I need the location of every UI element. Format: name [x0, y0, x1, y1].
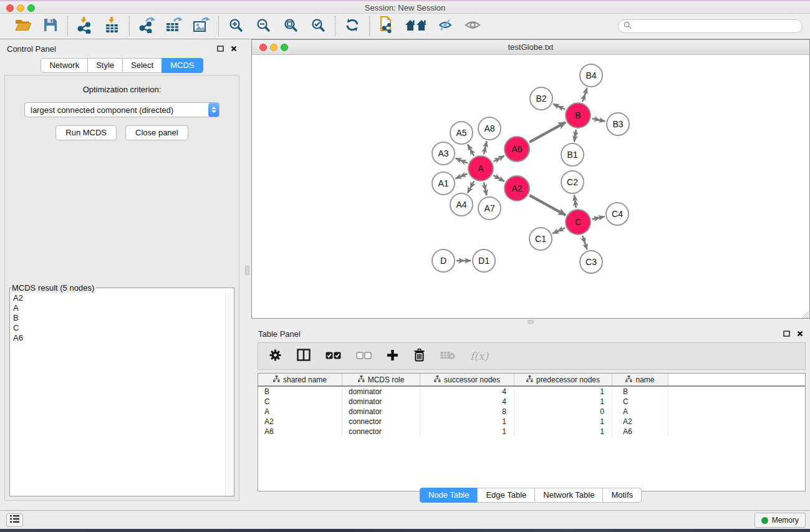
column-header-predecessor-nodes[interactable]: predecessor nodes	[514, 374, 612, 385]
graph-node-C4[interactable]: C4	[606, 203, 629, 225]
horizontal-splitter-grip[interactable]	[528, 320, 534, 324]
table-row[interactable]: Adominator80A	[258, 407, 805, 417]
search-field[interactable]	[618, 19, 803, 33]
zoom-out-button[interactable]	[253, 16, 273, 36]
table-row[interactable]: Bdominator41B	[258, 387, 805, 397]
mcds-result-item[interactable]: C	[11, 323, 224, 333]
tab-network[interactable]: Network	[41, 58, 88, 73]
graph-node-A8[interactable]: A8	[478, 117, 501, 140]
tab-network-table[interactable]: Network Table	[534, 488, 603, 503]
apply-layout-button[interactable]	[342, 16, 362, 36]
graph-node-C2[interactable]: C2	[561, 171, 584, 193]
close-panel-icon[interactable]	[797, 329, 803, 339]
table-row[interactable]: Cdominator41C	[258, 397, 805, 407]
graph-node-A5[interactable]: A5	[450, 122, 473, 144]
tab-node-table[interactable]: Node Table	[420, 488, 478, 503]
tab-edge-table[interactable]: Edge Table	[477, 488, 535, 503]
network-document-button[interactable]	[377, 16, 397, 36]
export-table-button[interactable]	[164, 16, 184, 36]
graph-node-B[interactable]: B	[566, 103, 591, 128]
graph-edge-B-B2[interactable]	[553, 104, 565, 110]
mcds-result-item[interactable]: A2	[11, 293, 224, 303]
graph-node-C1[interactable]: C1	[529, 228, 552, 250]
graph-edge-A-A2[interactable]	[493, 175, 504, 181]
home-button[interactable]	[404, 16, 428, 36]
graph-node-A4[interactable]: A4	[450, 193, 473, 216]
column-header-MCDS-role[interactable]: MCDS role	[342, 374, 420, 385]
tab-motifs[interactable]: Motifs	[602, 488, 642, 503]
show-columns-button[interactable]	[297, 349, 311, 364]
memory-button[interactable]: Memory	[755, 513, 806, 528]
graph-node-B1[interactable]: B1	[561, 143, 584, 166]
table-settings-button[interactable]	[269, 349, 282, 364]
close-panel-button[interactable]: Close panel	[125, 125, 188, 140]
float-panel-icon[interactable]	[217, 44, 224, 54]
show-panels-button[interactable]	[6, 513, 23, 527]
run-mcds-button[interactable]: Run MCDS	[55, 125, 117, 140]
network-zoom-button[interactable]	[281, 44, 288, 51]
graph-edge-A6-B[interactable]	[529, 122, 566, 142]
graph-edge-B-B1[interactable]	[574, 130, 576, 142]
graph-node-A1[interactable]: A1	[432, 172, 455, 195]
export-network-button[interactable]	[137, 16, 157, 36]
network-close-button[interactable]	[259, 44, 267, 51]
mcds-result-item[interactable]: B	[11, 313, 224, 323]
tab-mcds[interactable]: MCDS	[162, 58, 203, 73]
delete-table-button[interactable]	[440, 351, 455, 362]
graph-node-A[interactable]: A	[468, 156, 493, 181]
graph-node-A2[interactable]: A2	[504, 176, 529, 201]
graph-node-D1[interactable]: D1	[473, 249, 495, 272]
graph-edge-A-A6[interactable]	[493, 156, 504, 162]
graph-node-A3[interactable]: A3	[432, 142, 455, 165]
vertical-splitter-grip[interactable]	[245, 266, 249, 275]
column-header-successor-nodes[interactable]: successor nodes	[420, 374, 514, 385]
graph-node-B4[interactable]: B4	[580, 64, 602, 87]
graph-edge-C-C1[interactable]	[552, 228, 565, 233]
tab-select[interactable]: Select	[122, 58, 162, 73]
search-input[interactable]	[635, 21, 797, 31]
graph-edge-A-A4[interactable]	[468, 181, 474, 193]
network-canvas[interactable]: B4B2BB3A8A5A6A3B1AA1C2A2A4A7C4CC1C3DD1	[252, 56, 809, 318]
zoom-in-button[interactable]	[226, 16, 246, 36]
hide-details-button[interactable]	[435, 16, 455, 36]
graph-node-B2[interactable]: B2	[530, 87, 552, 110]
result-scrollbar[interactable]	[225, 293, 233, 495]
zoom-fit-button[interactable]	[281, 16, 301, 36]
graph-edge-C-C4[interactable]	[592, 216, 605, 219]
graph-node-A6[interactable]: A6	[504, 137, 529, 162]
function-builder-button[interactable]: f(x)	[470, 350, 488, 362]
float-panel-icon[interactable]	[783, 329, 790, 339]
delete-column-button[interactable]	[413, 349, 425, 364]
graph-edge-B-B4[interactable]	[582, 88, 587, 102]
mcds-result-item[interactable]: A6	[11, 333, 224, 343]
zoom-selected-button[interactable]	[308, 16, 328, 36]
graph-node-C3[interactable]: C3	[580, 251, 602, 273]
create-column-button[interactable]	[387, 349, 398, 364]
table-row[interactable]: A2connector11A2	[258, 417, 805, 427]
close-panel-icon[interactable]	[231, 44, 237, 54]
window-resize-handle[interactable]	[801, 309, 809, 317]
graph-edge-A-A7[interactable]	[484, 182, 487, 195]
deselect-all-button[interactable]	[356, 351, 372, 362]
graph-edge-C-C3[interactable]	[582, 236, 587, 249]
save-session-button[interactable]	[41, 16, 60, 36]
table-row[interactable]: A6connector11A6	[258, 427, 805, 437]
graph-edge-A-A1[interactable]	[455, 174, 467, 179]
network-minimize-button[interactable]	[270, 44, 277, 51]
column-header-name[interactable]: name	[612, 374, 668, 385]
show-details-button[interactable]	[463, 16, 483, 36]
mcds-result-item[interactable]: A	[11, 303, 224, 313]
graph-edge-A-A3[interactable]	[455, 158, 467, 163]
graph-node-C[interactable]: C	[566, 210, 591, 235]
import-network-button[interactable]	[75, 16, 95, 36]
export-image-button[interactable]	[191, 16, 211, 36]
node-table[interactable]: shared nameMCDS rolesuccessor nodesprede…	[258, 373, 806, 491]
graph-node-B3[interactable]: B3	[607, 113, 629, 135]
graph-node-D[interactable]: D	[432, 249, 455, 272]
graph-edge-A-A8[interactable]	[484, 142, 487, 155]
graph-edge-C-C2[interactable]	[574, 195, 576, 208]
open-session-button[interactable]	[13, 16, 33, 36]
graph-edge-A2-C[interactable]	[529, 195, 566, 215]
graph-edge-A-A5[interactable]	[468, 144, 474, 155]
graph-node-A7[interactable]: A7	[478, 197, 501, 220]
